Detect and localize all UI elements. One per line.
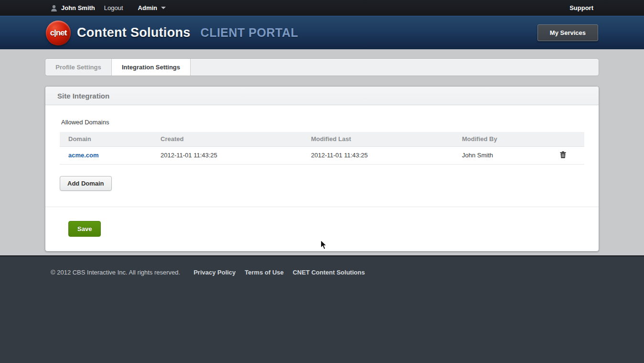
page-footer: © 2012 CBS Interactive Inc. All rights r… xyxy=(0,255,644,363)
save-button[interactable]: Save xyxy=(68,221,101,237)
support-link[interactable]: Support xyxy=(569,4,593,11)
col-header-domain: Domain xyxy=(60,132,161,146)
logout-link[interactable]: Logout xyxy=(104,4,123,11)
panel-title: Site Integration xyxy=(45,87,599,105)
admin-menu-label: Admin xyxy=(138,4,157,11)
brand-title: Content Solutions xyxy=(77,25,191,40)
col-header-modified-last: Modified Last xyxy=(311,132,462,146)
col-header-actions xyxy=(558,132,584,146)
table-row: acme.com 2012-11-01 11:43:25 2012-11-01 … xyxy=(60,146,584,164)
allowed-domains-label: Allowed Domains xyxy=(61,119,584,126)
cnet-logo: c|net xyxy=(46,21,71,45)
terms-of-use-link[interactable]: Terms of Use xyxy=(245,269,283,276)
user-icon xyxy=(51,5,57,11)
table-header-row: Domain Created Modified Last Modified By xyxy=(60,132,584,146)
brand-header: c|net Content Solutions CLIENT PORTAL My… xyxy=(0,16,644,49)
admin-menu[interactable]: Admin xyxy=(138,4,166,11)
main-content: Profile Settings Integration Settings Si… xyxy=(0,49,644,255)
add-domain-button[interactable]: Add Domain xyxy=(60,176,112,191)
my-services-button[interactable]: My Services xyxy=(537,24,598,41)
col-header-modified-by: Modified By xyxy=(462,132,558,146)
chevron-down-icon xyxy=(161,7,166,9)
domain-link[interactable]: acme.com xyxy=(68,152,99,159)
delete-domain-button[interactable] xyxy=(560,151,566,158)
panel-footer: Save xyxy=(45,207,599,251)
modified-last-cell: 2012-11-01 11:43:25 xyxy=(311,146,462,164)
cnet-content-solutions-link[interactable]: CNET Content Solutions xyxy=(293,269,365,276)
allowed-domains-table: Domain Created Modified Last Modified By… xyxy=(60,132,584,165)
privacy-policy-link[interactable]: Privacy Policy xyxy=(193,269,236,276)
modified-by-cell: John Smith xyxy=(462,146,558,164)
site-integration-panel: Site Integration Allowed Domains Domain … xyxy=(45,86,599,252)
logged-in-user: John Smith xyxy=(61,4,95,11)
col-header-created: Created xyxy=(161,132,311,146)
tab-integration-settings[interactable]: Integration Settings xyxy=(111,59,191,76)
copyright-text: © 2012 CBS Interactive Inc. All rights r… xyxy=(51,269,180,276)
portal-title: CLIENT PORTAL xyxy=(201,26,299,40)
settings-tabbar: Profile Settings Integration Settings xyxy=(45,58,599,76)
top-utility-bar: John Smith Logout Admin Support xyxy=(0,0,644,16)
tab-profile-settings[interactable]: Profile Settings xyxy=(45,59,111,76)
trash-icon xyxy=(560,151,566,158)
created-cell: 2012-11-01 11:43:25 xyxy=(161,146,311,164)
